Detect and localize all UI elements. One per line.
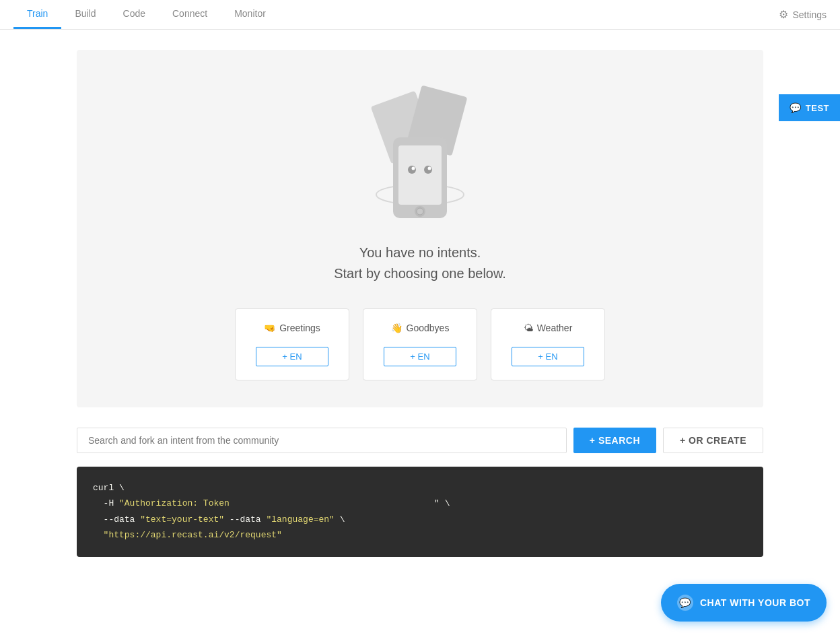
tab-monitor[interactable]: Monitor: [221, 0, 279, 29]
svg-rect-4: [398, 145, 442, 205]
intent-cards: 🤜 Greetings + EN 👋 Goodbyes + EN 🌤 Weath…: [235, 308, 605, 380]
search-input[interactable]: [77, 428, 567, 453]
empty-state-card: You have no intents. Start by choosing o…: [77, 50, 763, 407]
code-line-1: curl \: [93, 480, 747, 496]
nav-bar: Train Build Code Connect Monitor ⚙ Setti…: [0, 0, 840, 30]
svg-point-8: [428, 167, 431, 170]
code-line-4: "https://api.recast.ai/v2/request": [93, 527, 747, 543]
goodbyes-emoji: 👋: [391, 323, 403, 333]
code-line-2: -H "Authorization: Token " \: [93, 496, 747, 511]
greetings-add-button[interactable]: + EN: [256, 347, 328, 366]
goodbyes-add-button[interactable]: + EN: [384, 347, 456, 366]
weather-emoji: 🌤: [524, 323, 533, 333]
bot-illustration: [353, 77, 487, 225]
search-button[interactable]: + SEARCH: [573, 428, 656, 453]
intent-name-greetings: 🤜 Greetings: [264, 323, 320, 333]
intent-name-goodbyes: 👋 Goodbyes: [391, 323, 450, 333]
code-block: curl \ -H "Authorization: Token " \ --da…: [77, 467, 763, 557]
intent-card-greetings: 🤜 Greetings + EN: [235, 308, 349, 380]
weather-add-button[interactable]: + EN: [512, 347, 584, 366]
svg-point-5: [408, 166, 416, 174]
svg-point-10: [417, 208, 423, 215]
chat-button-label: CHAT WITH YOUR BOT: [700, 597, 810, 608]
chat-with-bot-button[interactable]: 💬 CHAT WITH YOUR BOT: [661, 584, 827, 622]
search-section: + SEARCH + OR CREATE: [77, 428, 763, 453]
code-line-3: --data "text=your-text" --data "language…: [93, 512, 747, 527]
intent-card-goodbyes: 👋 Goodbyes + EN: [363, 308, 477, 380]
settings-label: Settings: [792, 9, 827, 20]
tab-code[interactable]: Code: [110, 0, 159, 29]
tab-build[interactable]: Build: [61, 0, 109, 29]
nav-tabs: Train Build Code Connect Monitor: [13, 0, 279, 29]
test-button-label: TEST: [806, 103, 829, 113]
chat-bubble-icon: 💬: [790, 102, 802, 113]
test-button[interactable]: 💬 TEST: [779, 94, 840, 121]
create-button[interactable]: + OR CREATE: [663, 428, 763, 453]
goodbyes-label: Goodbyes: [407, 323, 450, 333]
greetings-label: Greetings: [279, 323, 320, 333]
tab-connect[interactable]: Connect: [159, 0, 221, 29]
intent-card-weather: 🌤 Weather + EN: [491, 308, 605, 380]
empty-subtitle: Start by choosing one below.: [334, 266, 506, 281]
gear-icon: ⚙: [779, 8, 788, 21]
settings-link[interactable]: ⚙ Settings: [779, 8, 827, 21]
svg-point-6: [424, 166, 432, 174]
empty-title: You have no intents.: [359, 245, 481, 261]
greetings-emoji: 🤜: [264, 323, 275, 333]
tab-train[interactable]: Train: [13, 0, 61, 29]
main-content: You have no intents. Start by choosing o…: [0, 30, 840, 577]
intent-name-weather: 🌤 Weather: [524, 323, 573, 333]
svg-point-7: [412, 167, 415, 170]
chat-icon: 💬: [677, 595, 693, 611]
weather-label: Weather: [537, 323, 573, 333]
